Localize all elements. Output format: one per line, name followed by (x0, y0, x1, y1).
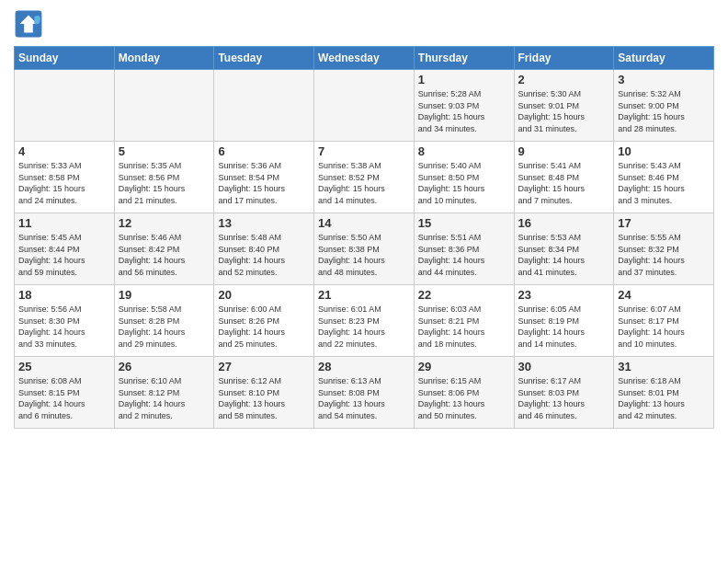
calendar-cell: 19Sunrise: 5:58 AM Sunset: 8:28 PM Dayli… (114, 285, 214, 357)
calendar-week-row: 11Sunrise: 5:45 AM Sunset: 8:44 PM Dayli… (15, 213, 714, 285)
day-number: 27 (218, 360, 310, 373)
day-info: Sunrise: 6:17 AM Sunset: 8:03 PM Dayligh… (518, 375, 610, 421)
day-info: Sunrise: 6:15 AM Sunset: 8:06 PM Dayligh… (418, 375, 510, 421)
day-number: 6 (218, 144, 310, 158)
day-number: 3 (618, 73, 710, 86)
calendar-cell: 24Sunrise: 6:07 AM Sunset: 8:17 PM Dayli… (614, 285, 714, 357)
day-info: Sunrise: 5:33 AM Sunset: 8:58 PM Dayligh… (18, 160, 110, 206)
day-number: 21 (318, 288, 410, 302)
day-info: Sunrise: 5:55 AM Sunset: 8:32 PM Dayligh… (618, 232, 710, 278)
logo (14, 9, 47, 39)
day-number: 11 (18, 216, 110, 230)
calendar-week-row: 1Sunrise: 5:28 AM Sunset: 9:03 PM Daylig… (15, 70, 714, 142)
day-info: Sunrise: 5:43 AM Sunset: 8:46 PM Dayligh… (618, 160, 710, 206)
day-of-week-header: Saturday (614, 47, 714, 70)
calendar-week-row: 25Sunrise: 6:08 AM Sunset: 8:15 PM Dayli… (15, 357, 714, 429)
day-number: 31 (618, 360, 710, 373)
header (14, 9, 714, 39)
calendar-cell: 17Sunrise: 5:55 AM Sunset: 8:32 PM Dayli… (614, 213, 714, 285)
day-number: 14 (318, 216, 410, 230)
day-info: Sunrise: 5:41 AM Sunset: 8:48 PM Dayligh… (518, 160, 610, 206)
day-number: 19 (119, 288, 210, 302)
day-number: 20 (218, 288, 310, 302)
day-info: Sunrise: 5:35 AM Sunset: 8:56 PM Dayligh… (119, 160, 210, 206)
calendar-cell: 9Sunrise: 5:41 AM Sunset: 8:48 PM Daylig… (514, 142, 614, 213)
day-number: 7 (318, 144, 410, 158)
day-info: Sunrise: 5:40 AM Sunset: 8:50 PM Dayligh… (418, 160, 510, 206)
day-number: 9 (518, 144, 610, 158)
calendar-cell: 23Sunrise: 6:05 AM Sunset: 8:19 PM Dayli… (514, 285, 614, 357)
day-info: Sunrise: 5:46 AM Sunset: 8:42 PM Dayligh… (119, 232, 210, 278)
day-info: Sunrise: 5:38 AM Sunset: 8:52 PM Dayligh… (318, 160, 410, 206)
calendar-cell: 26Sunrise: 6:10 AM Sunset: 8:12 PM Dayli… (114, 357, 214, 429)
day-info: Sunrise: 6:10 AM Sunset: 8:12 PM Dayligh… (119, 375, 210, 421)
day-number: 17 (618, 216, 710, 230)
calendar-cell: 7Sunrise: 5:38 AM Sunset: 8:52 PM Daylig… (314, 142, 415, 213)
day-number: 1 (418, 73, 510, 86)
day-info: Sunrise: 6:18 AM Sunset: 8:01 PM Dayligh… (618, 375, 710, 421)
calendar-cell: 6Sunrise: 5:36 AM Sunset: 8:54 PM Daylig… (214, 142, 314, 213)
day-number: 13 (218, 216, 310, 230)
calendar-table: SundayMondayTuesdayWednesdayThursdayFrid… (14, 46, 714, 429)
day-number: 16 (518, 216, 610, 230)
calendar-cell: 5Sunrise: 5:35 AM Sunset: 8:56 PM Daylig… (114, 142, 214, 213)
calendar-cell (15, 70, 115, 142)
day-number: 26 (119, 360, 210, 373)
calendar-cell (114, 70, 214, 142)
calendar-cell: 25Sunrise: 6:08 AM Sunset: 8:15 PM Dayli… (15, 357, 115, 429)
day-info: Sunrise: 5:30 AM Sunset: 9:01 PM Dayligh… (518, 88, 610, 134)
day-info: Sunrise: 6:13 AM Sunset: 8:08 PM Dayligh… (318, 375, 410, 421)
calendar-cell (214, 70, 314, 142)
day-number: 15 (418, 216, 510, 230)
day-info: Sunrise: 6:01 AM Sunset: 8:23 PM Dayligh… (318, 304, 410, 350)
calendar-cell: 8Sunrise: 5:40 AM Sunset: 8:50 PM Daylig… (414, 142, 514, 213)
calendar-cell: 2Sunrise: 5:30 AM Sunset: 9:01 PM Daylig… (514, 70, 614, 142)
day-number: 8 (418, 144, 510, 158)
day-of-week-header: Thursday (414, 47, 514, 70)
day-info: Sunrise: 5:32 AM Sunset: 9:00 PM Dayligh… (618, 88, 710, 134)
day-number: 24 (618, 288, 710, 302)
day-info: Sunrise: 6:12 AM Sunset: 8:10 PM Dayligh… (218, 375, 310, 421)
day-info: Sunrise: 5:56 AM Sunset: 8:30 PM Dayligh… (18, 304, 110, 350)
day-number: 12 (119, 216, 210, 230)
day-info: Sunrise: 5:51 AM Sunset: 8:36 PM Dayligh… (418, 232, 510, 278)
calendar-body: 1Sunrise: 5:28 AM Sunset: 9:03 PM Daylig… (15, 70, 714, 429)
day-info: Sunrise: 6:03 AM Sunset: 8:21 PM Dayligh… (418, 304, 510, 350)
day-info: Sunrise: 5:50 AM Sunset: 8:38 PM Dayligh… (318, 232, 410, 278)
day-info: Sunrise: 6:05 AM Sunset: 8:19 PM Dayligh… (518, 304, 610, 350)
calendar-cell: 29Sunrise: 6:15 AM Sunset: 8:06 PM Dayli… (414, 357, 514, 429)
day-info: Sunrise: 5:36 AM Sunset: 8:54 PM Dayligh… (218, 160, 310, 206)
day-info: Sunrise: 6:00 AM Sunset: 8:26 PM Dayligh… (218, 304, 310, 350)
day-number: 29 (418, 360, 510, 373)
calendar-cell: 22Sunrise: 6:03 AM Sunset: 8:21 PM Dayli… (414, 285, 514, 357)
day-of-week-header: Sunday (15, 47, 115, 70)
day-info: Sunrise: 5:53 AM Sunset: 8:34 PM Dayligh… (518, 232, 610, 278)
day-info: Sunrise: 5:48 AM Sunset: 8:40 PM Dayligh… (218, 232, 310, 278)
calendar-week-row: 18Sunrise: 5:56 AM Sunset: 8:30 PM Dayli… (15, 285, 714, 357)
day-info: Sunrise: 6:07 AM Sunset: 8:17 PM Dayligh… (618, 304, 710, 350)
day-info: Sunrise: 5:28 AM Sunset: 9:03 PM Dayligh… (418, 88, 510, 134)
calendar-cell (314, 70, 415, 142)
day-number: 18 (18, 288, 110, 302)
day-number: 30 (518, 360, 610, 373)
calendar-cell: 3Sunrise: 5:32 AM Sunset: 9:00 PM Daylig… (614, 70, 714, 142)
calendar-header-row: SundayMondayTuesdayWednesdayThursdayFrid… (15, 47, 714, 70)
day-number: 5 (119, 144, 210, 158)
calendar-cell: 30Sunrise: 6:17 AM Sunset: 8:03 PM Dayli… (514, 357, 614, 429)
logo-icon (14, 9, 43, 39)
day-of-week-header: Tuesday (214, 47, 314, 70)
calendar-cell: 20Sunrise: 6:00 AM Sunset: 8:26 PM Dayli… (214, 285, 314, 357)
calendar-cell: 10Sunrise: 5:43 AM Sunset: 8:46 PM Dayli… (614, 142, 714, 213)
calendar-cell: 11Sunrise: 5:45 AM Sunset: 8:44 PM Dayli… (15, 213, 115, 285)
calendar-cell: 27Sunrise: 6:12 AM Sunset: 8:10 PM Dayli… (214, 357, 314, 429)
calendar-week-row: 4Sunrise: 5:33 AM Sunset: 8:58 PM Daylig… (15, 142, 714, 213)
day-info: Sunrise: 6:08 AM Sunset: 8:15 PM Dayligh… (18, 375, 110, 421)
day-number: 22 (418, 288, 510, 302)
calendar-cell: 18Sunrise: 5:56 AM Sunset: 8:30 PM Dayli… (15, 285, 115, 357)
calendar-cell: 28Sunrise: 6:13 AM Sunset: 8:08 PM Dayli… (314, 357, 415, 429)
day-info: Sunrise: 5:45 AM Sunset: 8:44 PM Dayligh… (18, 232, 110, 278)
day-number: 10 (618, 144, 710, 158)
calendar-cell: 14Sunrise: 5:50 AM Sunset: 8:38 PM Dayli… (314, 213, 415, 285)
day-of-week-header: Friday (514, 47, 614, 70)
day-number: 28 (318, 360, 410, 373)
